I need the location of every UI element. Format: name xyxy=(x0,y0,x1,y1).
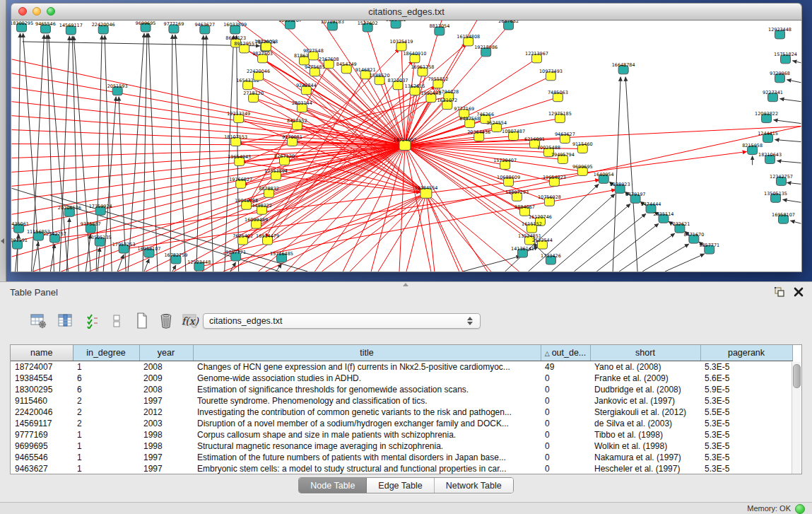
tab-network-table[interactable]: Network Table xyxy=(435,478,513,493)
node-table[interactable]: namein_degreeyeartitle△out_de...shortpag… xyxy=(10,344,802,474)
graph-node-label: 10688609 xyxy=(497,175,520,180)
table-row[interactable]: 1872400712008Changes of HCN gene express… xyxy=(11,361,792,373)
graph-node-label: 16914479 xyxy=(256,233,279,239)
table-cell: 2003 xyxy=(139,418,193,429)
table-row[interactable]: 1830029562008Estimation of significance … xyxy=(11,384,792,395)
table-row[interactable]: 911546021997Tourette syndrome. Phenomeno… xyxy=(11,395,792,407)
table-row[interactable]: 946554611997Estimation of the future num… xyxy=(11,452,792,463)
graph-node-label: 12353594 xyxy=(264,168,288,174)
minimize-window-icon[interactable] xyxy=(33,7,41,16)
citation-network-graph[interactable]: 1830029594655461456911722420046969969597… xyxy=(11,21,801,271)
graph-edge xyxy=(774,120,801,124)
table-cell: Corpus callosum shape and size in male p… xyxy=(193,429,541,440)
column-header-title[interactable]: title xyxy=(193,345,541,361)
network-window[interactable]: citations_edges.txt 18300295946554614569… xyxy=(11,3,802,271)
graph-edge xyxy=(463,256,521,271)
table-row[interactable]: 946362711997Embryonic stem cells: a mode… xyxy=(11,463,792,474)
table-cell: 1998 xyxy=(139,429,193,440)
network-canvas[interactable]: 1830029594655461456911722420046969969597… xyxy=(11,21,802,272)
graph-edge xyxy=(196,35,204,271)
table-cell: Embryonic stem cells: a model to study s… xyxy=(193,463,541,474)
close-window-icon[interactable] xyxy=(18,7,27,16)
graph-node-label: 14569117 xyxy=(59,23,83,28)
column-header-pagerank[interactable]: pagerank xyxy=(700,345,792,361)
table-cell: Changes of HCN gene expression and I(f) … xyxy=(193,361,541,373)
tab-edge-table[interactable]: Edge Table xyxy=(367,478,434,493)
graph-edge xyxy=(551,204,630,271)
float-panel-icon[interactable] xyxy=(774,286,785,298)
graph-node-label: 9699695 xyxy=(136,21,156,25)
graph-node-label: 10807487 xyxy=(502,129,525,134)
table-cell: Estimation of significance thresholds fo… xyxy=(193,384,541,395)
graph-node-label: 1615152 xyxy=(522,221,542,227)
table-cell: 5.5E-5 xyxy=(700,407,792,418)
column-header-out-de-[interactable]: △out_de... xyxy=(541,345,590,361)
table-cell: 0 xyxy=(541,452,590,463)
table-settings-icon[interactable] xyxy=(30,312,48,330)
table-row[interactable]: 969969511998Structural magnetic resonanc… xyxy=(11,440,792,452)
table-row[interactable]: 1938455462009Genome-wide association stu… xyxy=(11,373,792,384)
graph-node-label: 18300295 xyxy=(11,21,33,25)
table-row[interactable]: 2242004622012Investigating the contribut… xyxy=(11,407,792,418)
graph-node-label: 9777169 xyxy=(164,21,184,27)
table-cell: 2009 xyxy=(139,373,193,384)
table-selector-value: citations_edges.txt xyxy=(209,316,467,326)
new-document-icon[interactable] xyxy=(133,312,151,330)
graph-edge xyxy=(625,77,637,271)
table-cell: 1 xyxy=(73,440,139,452)
column-header-in-degree[interactable]: in_degree xyxy=(73,345,139,361)
graph-node-label: 8912955 xyxy=(234,41,254,47)
close-panel-icon[interactable] xyxy=(794,287,804,297)
panel-resize-handle[interactable] xyxy=(403,283,408,286)
collapse-arrow-icon[interactable] xyxy=(1,238,4,244)
graph-edge xyxy=(293,193,425,271)
table-cell: 9699695 xyxy=(11,440,73,452)
window-title: citations_edges.txt xyxy=(368,6,445,17)
table-check-icon[interactable] xyxy=(83,312,102,330)
zoom-window-icon[interactable] xyxy=(47,7,55,16)
graph-node-label: 1640954 xyxy=(594,172,614,177)
graph-edge xyxy=(144,259,149,271)
memory-indicator-icon[interactable] xyxy=(795,504,805,514)
tab-node-table[interactable]: Node Table xyxy=(299,478,367,493)
left-panel-divider[interactable] xyxy=(0,0,6,281)
graph-node-label: 20364436 xyxy=(467,129,490,135)
graph-node-label: 10719183 xyxy=(321,21,344,24)
table-cell: Franke et al. (2009) xyxy=(590,373,700,384)
graph-node-label: 19218986 xyxy=(474,45,498,50)
graph-node-label: 9375887 xyxy=(81,221,101,227)
trash-icon[interactable] xyxy=(157,312,175,330)
table-column-icon[interactable] xyxy=(57,312,75,330)
table-scrollbar-thumb[interactable] xyxy=(793,364,801,388)
graph-node-label: 9115460 xyxy=(572,141,593,147)
rows-icon[interactable] xyxy=(107,312,126,330)
table-row[interactable]: 1456911722003Disruption of a novel membe… xyxy=(11,418,792,429)
table-cell: Estimation of the future numbers of pati… xyxy=(193,452,541,463)
graph-node-label: 14136141 xyxy=(511,246,534,252)
column-header-year[interactable]: year xyxy=(139,345,193,361)
table-row[interactable]: 977716911998Corpus callosum shape and si… xyxy=(11,429,792,440)
table-tabbar: Node TableEdge TableNetwork Table xyxy=(0,477,812,494)
table-selector-dropdown[interactable]: citations_edges.txt xyxy=(203,313,481,329)
table-cell: 5.3E-5 xyxy=(700,440,792,452)
graph-node-label: 18807293 xyxy=(505,189,529,195)
column-header-short[interactable]: short xyxy=(590,345,700,361)
table-cell: 1 xyxy=(73,429,139,440)
graph-node-label: 9474444 xyxy=(641,201,661,207)
graph-node-label: 7625402 xyxy=(233,233,253,239)
network-window-titlebar[interactable]: citations_edges.txt xyxy=(11,3,802,21)
column-header-name[interactable]: name xyxy=(11,345,73,361)
graph-edge xyxy=(787,182,801,184)
graph-node-label: 10025488 xyxy=(537,145,560,151)
table-cell: 9463627 xyxy=(11,463,73,474)
graph-edge xyxy=(613,77,620,271)
table-scrollbar[interactable] xyxy=(792,362,801,474)
graph-node-label: 9463627 xyxy=(194,22,215,28)
graph-node-label: 9242844 xyxy=(296,83,317,88)
graph-edge xyxy=(66,218,69,271)
graph-node-label: 16961758 xyxy=(411,64,434,70)
graph-node-label: 8878832 xyxy=(259,186,279,192)
graph-node-label: 9827503 xyxy=(252,51,273,57)
graph-node-label: 8660123 xyxy=(225,35,246,41)
table-cell: 5.3E-5 xyxy=(700,463,792,474)
